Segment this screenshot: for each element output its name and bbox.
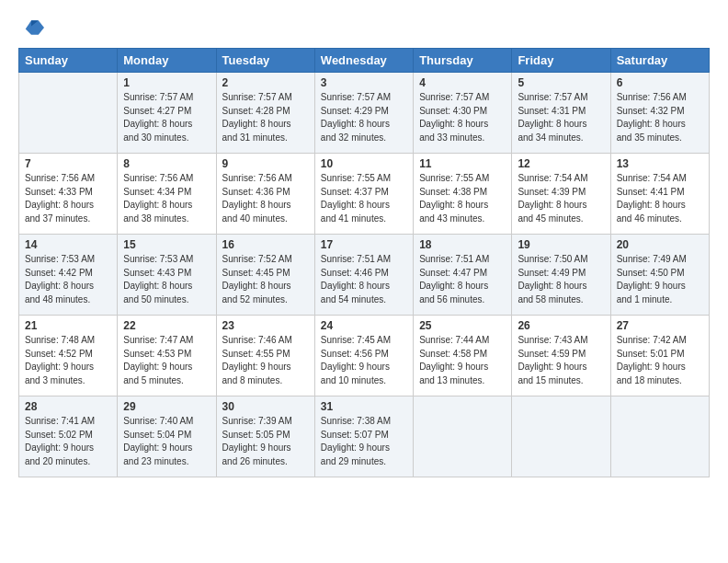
calendar-cell: 28Sunrise: 7:41 AM Sunset: 5:02 PM Dayli…: [19, 396, 118, 477]
calendar-cell: 13Sunrise: 7:54 AM Sunset: 4:41 PM Dayli…: [610, 154, 709, 235]
day-number: 9: [222, 157, 309, 170]
day-number: 21: [25, 319, 111, 332]
day-info: Sunrise: 7:56 AM Sunset: 4:34 PM Dayligh…: [123, 172, 210, 225]
day-number: 13: [617, 157, 703, 170]
day-info: Sunrise: 7:38 AM Sunset: 5:07 PM Dayligh…: [321, 415, 407, 468]
day-header: Monday: [118, 49, 216, 73]
calendar-week-row: 1Sunrise: 7:57 AM Sunset: 4:27 PM Daylig…: [19, 73, 710, 154]
day-number: 3: [321, 76, 407, 89]
day-info: Sunrise: 7:46 AM Sunset: 4:55 PM Dayligh…: [222, 334, 309, 387]
day-number: 20: [617, 238, 703, 251]
calendar-cell: 19Sunrise: 7:50 AM Sunset: 4:49 PM Dayli…: [512, 235, 610, 316]
calendar-cell: 21Sunrise: 7:48 AM Sunset: 4:52 PM Dayli…: [19, 316, 118, 396]
calendar-cell: 12Sunrise: 7:54 AM Sunset: 4:39 PM Dayli…: [512, 154, 610, 235]
calendar-cell: 2Sunrise: 7:57 AM Sunset: 4:28 PM Daylig…: [216, 73, 314, 154]
calendar-cell: 26Sunrise: 7:43 AM Sunset: 4:59 PM Dayli…: [512, 316, 610, 396]
day-number: 31: [321, 400, 407, 413]
calendar-table: SundayMondayTuesdayWednesdayThursdayFrid…: [18, 48, 710, 477]
day-info: Sunrise: 7:55 AM Sunset: 4:37 PM Dayligh…: [321, 172, 407, 225]
calendar-cell: 1Sunrise: 7:57 AM Sunset: 4:27 PM Daylig…: [118, 73, 216, 154]
calendar-cell: 15Sunrise: 7:53 AM Sunset: 4:43 PM Dayli…: [118, 235, 216, 316]
day-info: Sunrise: 7:57 AM Sunset: 4:28 PM Dayligh…: [222, 91, 309, 144]
day-number: 18: [419, 238, 506, 251]
day-info: Sunrise: 7:54 AM Sunset: 4:41 PM Dayligh…: [617, 172, 703, 225]
calendar-week-row: 21Sunrise: 7:48 AM Sunset: 4:52 PM Dayli…: [19, 316, 710, 396]
header-row: SundayMondayTuesdayWednesdayThursdayFrid…: [19, 49, 710, 73]
day-number: 14: [25, 238, 111, 251]
day-number: 25: [419, 319, 506, 332]
day-info: Sunrise: 7:57 AM Sunset: 4:30 PM Dayligh…: [419, 91, 506, 144]
day-info: Sunrise: 7:54 AM Sunset: 4:39 PM Dayligh…: [518, 172, 604, 225]
day-info: Sunrise: 7:48 AM Sunset: 4:52 PM Dayligh…: [25, 334, 111, 387]
calendar-cell: [512, 396, 610, 477]
day-info: Sunrise: 7:53 AM Sunset: 4:42 PM Dayligh…: [25, 253, 111, 306]
day-header: Thursday: [414, 49, 512, 73]
day-number: 6: [617, 76, 703, 89]
calendar-cell: 23Sunrise: 7:46 AM Sunset: 4:55 PM Dayli…: [216, 316, 314, 396]
day-number: 11: [419, 157, 506, 170]
calendar-cell: 7Sunrise: 7:56 AM Sunset: 4:33 PM Daylig…: [19, 154, 118, 235]
day-info: Sunrise: 7:39 AM Sunset: 5:05 PM Dayligh…: [222, 415, 309, 468]
logo-icon: [18, 15, 44, 40]
calendar-cell: 4Sunrise: 7:57 AM Sunset: 4:30 PM Daylig…: [414, 73, 512, 154]
day-info: Sunrise: 7:56 AM Sunset: 4:32 PM Dayligh…: [617, 91, 703, 144]
day-info: Sunrise: 7:44 AM Sunset: 4:58 PM Dayligh…: [419, 334, 506, 387]
day-number: 1: [123, 76, 210, 89]
day-info: Sunrise: 7:47 AM Sunset: 4:53 PM Dayligh…: [123, 334, 210, 387]
day-number: 12: [518, 157, 604, 170]
calendar-cell: 24Sunrise: 7:45 AM Sunset: 4:56 PM Dayli…: [314, 316, 413, 396]
calendar-cell: 27Sunrise: 7:42 AM Sunset: 5:01 PM Dayli…: [610, 316, 709, 396]
day-header: Sunday: [19, 49, 118, 73]
day-number: 4: [419, 76, 506, 89]
calendar-cell: 20Sunrise: 7:49 AM Sunset: 4:50 PM Dayli…: [610, 235, 709, 316]
calendar-cell: 29Sunrise: 7:40 AM Sunset: 5:04 PM Dayli…: [118, 396, 216, 477]
calendar-week-row: 14Sunrise: 7:53 AM Sunset: 4:42 PM Dayli…: [19, 235, 710, 316]
day-number: 29: [123, 400, 210, 413]
day-info: Sunrise: 7:57 AM Sunset: 4:27 PM Dayligh…: [123, 91, 210, 144]
calendar-cell: 30Sunrise: 7:39 AM Sunset: 5:05 PM Dayli…: [216, 396, 314, 477]
calendar-cell: 31Sunrise: 7:38 AM Sunset: 5:07 PM Dayli…: [314, 396, 413, 477]
day-info: Sunrise: 7:56 AM Sunset: 4:36 PM Dayligh…: [222, 172, 309, 225]
day-number: 24: [321, 319, 407, 332]
day-number: 28: [25, 400, 111, 413]
day-info: Sunrise: 7:51 AM Sunset: 4:46 PM Dayligh…: [321, 253, 407, 306]
day-info: Sunrise: 7:49 AM Sunset: 4:50 PM Dayligh…: [617, 253, 703, 306]
day-number: 8: [123, 157, 210, 170]
calendar-cell: 22Sunrise: 7:47 AM Sunset: 4:53 PM Dayli…: [118, 316, 216, 396]
day-info: Sunrise: 7:43 AM Sunset: 4:59 PM Dayligh…: [518, 334, 604, 387]
calendar-cell: [610, 396, 709, 477]
day-number: 2: [222, 76, 309, 89]
header: [18, 15, 710, 40]
day-info: Sunrise: 7:57 AM Sunset: 4:31 PM Dayligh…: [518, 91, 604, 144]
calendar-cell: 16Sunrise: 7:52 AM Sunset: 4:45 PM Dayli…: [216, 235, 314, 316]
day-number: 17: [321, 238, 407, 251]
day-info: Sunrise: 7:40 AM Sunset: 5:04 PM Dayligh…: [123, 415, 210, 468]
day-number: 15: [123, 238, 210, 251]
day-number: 7: [25, 157, 111, 170]
day-info: Sunrise: 7:52 AM Sunset: 4:45 PM Dayligh…: [222, 253, 309, 306]
day-info: Sunrise: 7:57 AM Sunset: 4:29 PM Dayligh…: [321, 91, 407, 144]
calendar-cell: 6Sunrise: 7:56 AM Sunset: 4:32 PM Daylig…: [610, 73, 709, 154]
day-info: Sunrise: 7:50 AM Sunset: 4:49 PM Dayligh…: [518, 253, 604, 306]
calendar-cell: 9Sunrise: 7:56 AM Sunset: 4:36 PM Daylig…: [216, 154, 314, 235]
day-info: Sunrise: 7:55 AM Sunset: 4:38 PM Dayligh…: [419, 172, 506, 225]
calendar-cell: [414, 396, 512, 477]
day-info: Sunrise: 7:41 AM Sunset: 5:02 PM Dayligh…: [25, 415, 111, 468]
calendar-cell: [19, 73, 118, 154]
calendar-cell: 11Sunrise: 7:55 AM Sunset: 4:38 PM Dayli…: [414, 154, 512, 235]
day-number: 10: [321, 157, 407, 170]
day-number: 27: [617, 319, 703, 332]
calendar-week-row: 28Sunrise: 7:41 AM Sunset: 5:02 PM Dayli…: [19, 396, 710, 477]
day-number: 23: [222, 319, 309, 332]
day-number: 26: [518, 319, 604, 332]
calendar-cell: 3Sunrise: 7:57 AM Sunset: 4:29 PM Daylig…: [314, 73, 413, 154]
day-number: 30: [222, 400, 309, 413]
day-number: 19: [518, 238, 604, 251]
calendar-cell: 17Sunrise: 7:51 AM Sunset: 4:46 PM Dayli…: [314, 235, 413, 316]
logo: [18, 15, 48, 40]
calendar-cell: 5Sunrise: 7:57 AM Sunset: 4:31 PM Daylig…: [512, 73, 610, 154]
calendar-cell: 10Sunrise: 7:55 AM Sunset: 4:37 PM Dayli…: [314, 154, 413, 235]
day-number: 22: [123, 319, 210, 332]
day-header: Tuesday: [216, 49, 314, 73]
day-info: Sunrise: 7:45 AM Sunset: 4:56 PM Dayligh…: [321, 334, 407, 387]
